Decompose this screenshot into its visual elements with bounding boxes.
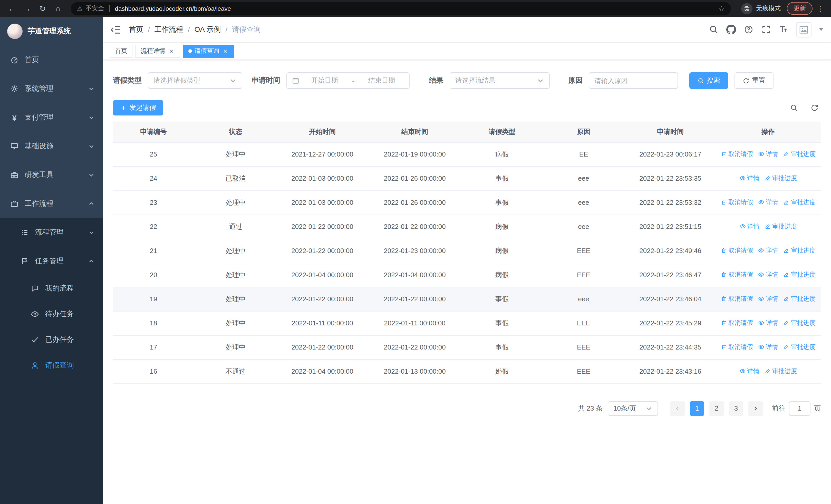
result-select[interactable]: 请选择流结果 (450, 72, 550, 89)
detail-link[interactable]: 详情 (758, 246, 778, 255)
chevron-down-icon (229, 77, 237, 84)
tab-process-detail[interactable]: 流程详情 × (136, 45, 180, 58)
sidebar-item-system[interactable]: 系统管理 (0, 75, 103, 103)
cell-reason: EEE (542, 311, 625, 335)
apply-time-range-picker[interactable]: 开始日期 - 结束日期 (286, 72, 409, 89)
page-button-3[interactable]: 3 (729, 401, 743, 415)
refresh-table-icon[interactable] (808, 101, 821, 114)
sidebar-item-my-process[interactable]: 我的流程 (0, 276, 103, 301)
top-navbar: 首页 / 工作流程 / OA 示例 / 请假查询 (103, 17, 831, 42)
reset-button[interactable]: 重置 (735, 72, 774, 89)
detail-link[interactable]: 详情 (758, 319, 778, 327)
cell-status: 处理中 (194, 311, 277, 335)
sidebar-item-process-mgmt[interactable]: 流程管理 (0, 218, 103, 247)
github-icon[interactable] (726, 25, 736, 34)
breadcrumb-workflow[interactable]: 工作流程 (154, 25, 183, 34)
avatar-caret-icon[interactable] (819, 28, 823, 31)
detail-link[interactable]: 详情 (758, 343, 778, 352)
cancel-leave-link[interactable]: 取消请假 (721, 246, 753, 255)
approval-progress-link[interactable]: 审批进度 (783, 319, 815, 327)
monitor-icon (10, 142, 19, 150)
app-logo[interactable]: 芋道管理系统 (0, 17, 103, 46)
goto-page-input[interactable] (789, 401, 810, 415)
page-button-2[interactable]: 2 (709, 401, 724, 415)
screen: ← → ↻ ⌂ ⚠ 不安全 dashboard.yudao.iocoder.cn… (0, 0, 831, 504)
start-date-placeholder[interactable]: 开始日期 (302, 76, 347, 85)
security-label[interactable]: 不安全 (86, 4, 104, 13)
approval-progress-link[interactable]: 审批进度 (783, 343, 815, 352)
detail-link[interactable]: 详情 (758, 198, 778, 207)
update-button[interactable]: 更新 (787, 2, 812, 15)
detail-link[interactable]: 详情 (758, 150, 778, 158)
sidebar-item-leave-query[interactable]: 请假查询 (0, 353, 103, 378)
cancel-leave-link[interactable]: 取消请假 (721, 343, 753, 352)
breadcrumb-home[interactable]: 首页 (129, 25, 143, 34)
approval-progress-link[interactable]: 审批进度 (783, 198, 815, 207)
page-size-select[interactable]: 10条/页 (608, 401, 658, 415)
cancel-leave-link[interactable]: 取消请假 (721, 295, 753, 303)
sidebar-item-task-mgmt[interactable]: 任务管理 (0, 247, 103, 276)
search-icon (697, 77, 704, 84)
search-button[interactable]: 搜索 (689, 72, 728, 89)
approval-progress-link[interactable]: 审批进度 (765, 222, 797, 231)
cell-apply-time: 2022-01-22 23:53:35 (625, 166, 716, 190)
close-icon[interactable]: × (222, 48, 229, 55)
fullscreen-icon[interactable] (761, 25, 771, 34)
approval-progress-link[interactable]: 审批进度 (783, 246, 815, 255)
next-page-button[interactable] (748, 401, 763, 415)
cell-actions: 取消请假详情审批进度 (716, 335, 821, 359)
sidebar-item-todo-tasks[interactable]: 待办任务 (0, 301, 103, 327)
bookmark-star-icon[interactable]: ☆ (718, 4, 725, 12)
sidebar-item-devtools[interactable]: 研发工具 (0, 161, 103, 189)
approval-progress-link[interactable]: 审批进度 (783, 270, 815, 279)
detail-link[interactable]: 详情 (758, 270, 778, 279)
sidebar-item-workflow[interactable]: 工作流程 (0, 189, 103, 218)
avatar[interactable] (796, 22, 811, 37)
approval-progress-link[interactable]: 审批进度 (765, 367, 797, 376)
close-icon[interactable]: × (168, 48, 175, 55)
sidebar-item-infrastructure[interactable]: 基础设施 (0, 132, 103, 161)
detail-link[interactable]: 详情 (739, 222, 760, 231)
page-button-1[interactable]: 1 (690, 401, 704, 415)
tab-home[interactable]: 首页 (110, 45, 133, 58)
detail-link[interactable]: 详情 (758, 295, 778, 303)
browser-menu-icon[interactable]: ⋮ (814, 4, 826, 12)
sidebar-item-done-tasks[interactable]: 已办任务 (0, 327, 103, 353)
tab-leave-query[interactable]: 请假查询 × (183, 45, 234, 58)
cancel-leave-link[interactable]: 取消请假 (721, 150, 753, 158)
cancel-leave-link[interactable]: 取消请假 (721, 270, 753, 279)
detail-link[interactable]: 详情 (739, 367, 760, 376)
home-button[interactable]: ⌂ (51, 2, 65, 15)
collapse-sidebar-icon[interactable] (110, 24, 122, 35)
approval-progress-link[interactable]: 审批进度 (783, 150, 815, 158)
address-bar[interactable]: ⚠ 不安全 dashboard.yudao.iocoder.cn/bpm/oa/… (71, 2, 731, 15)
leave-table-body: 25处理中2021-12-27 00:00:002022-01-19 00:00… (113, 142, 821, 383)
search-icon[interactable] (709, 25, 719, 34)
gear-icon (10, 85, 19, 93)
leave-type-select[interactable]: 请选择请假类型 (148, 72, 242, 89)
col-leave-type: 请假类型 (462, 122, 542, 142)
url-text[interactable]: dashboard.yudao.iocoder.cn/bpm/oa/leave (115, 5, 715, 12)
approval-progress-link[interactable]: 审批进度 (765, 174, 797, 183)
cancel-leave-link[interactable]: 取消请假 (721, 198, 753, 207)
sidebar-item-payment[interactable]: ¥ 支付管理 (0, 103, 103, 132)
cancel-leave-link[interactable]: 取消请假 (721, 319, 753, 327)
help-icon[interactable] (744, 25, 753, 34)
cell-apply-time: 2022-01-22 23:45:29 (625, 311, 716, 335)
reload-button[interactable]: ↻ (36, 2, 49, 15)
cell-start-time: 2022-01-03 00:00:00 (277, 166, 368, 190)
end-date-placeholder[interactable]: 结束日期 (359, 76, 404, 85)
cell-start-time: 2022-01-22 00:00:00 (277, 287, 368, 311)
breadcrumb-oa-example[interactable]: OA 示例 (195, 25, 221, 34)
toggle-search-icon[interactable] (788, 101, 800, 114)
forward-button[interactable]: → (21, 2, 34, 15)
font-size-icon[interactable] (779, 25, 789, 34)
cell-apply-time: 2022-01-22 23:46:04 (625, 287, 716, 311)
approval-progress-link[interactable]: 审批进度 (783, 295, 815, 303)
reason-input[interactable] (594, 77, 672, 84)
prev-page-button[interactable] (670, 401, 685, 415)
back-button[interactable]: ← (5, 2, 19, 15)
detail-link[interactable]: 详情 (739, 174, 760, 183)
create-leave-button[interactable]: 发起请假 (113, 100, 163, 116)
sidebar-item-home[interactable]: 首页 (0, 46, 103, 75)
